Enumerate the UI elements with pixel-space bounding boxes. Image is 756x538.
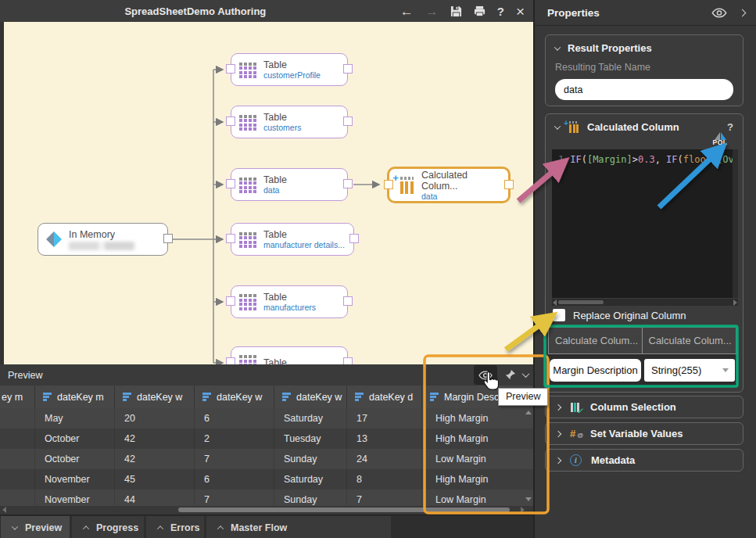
table-node-clipped[interactable]: Table bbox=[231, 346, 348, 364]
preview-column-header[interactable]: dateKey m bbox=[35, 386, 115, 408]
table-cell: 2 bbox=[195, 429, 274, 449]
table-row[interactable]: May206Saturday17High Margin bbox=[0, 408, 534, 429]
sort-filter-icon bbox=[282, 393, 291, 401]
input-port[interactable] bbox=[226, 357, 235, 364]
in-memory-node[interactable]: In Memory bbox=[38, 223, 168, 256]
table-node-manufacturer-details[interactable]: Table manufacturer details... bbox=[231, 223, 354, 256]
scrollbar-thumb[interactable] bbox=[178, 508, 510, 512]
grid-column-header[interactable]: Calculate Colum... bbox=[548, 327, 643, 354]
preview-column-header[interactable]: dateKey w bbox=[274, 386, 347, 408]
table-node-customerprofile[interactable]: Table customerProfile bbox=[231, 53, 348, 86]
help-icon[interactable]: ? bbox=[497, 5, 504, 17]
column-name-field[interactable]: Margin Description bbox=[550, 359, 641, 382]
output-port[interactable] bbox=[163, 234, 173, 243]
close-icon[interactable]: × bbox=[516, 4, 525, 19]
tab-preview[interactable]: Preview bbox=[1, 516, 70, 538]
calculated-column-node[interactable]: + Calculated Colum... data bbox=[387, 167, 511, 203]
table-cell: 7 bbox=[195, 449, 274, 469]
table-icon bbox=[239, 294, 256, 310]
node-title: In Memory bbox=[69, 229, 134, 240]
resulting-table-name-input[interactable]: data bbox=[555, 79, 733, 100]
grid-column-header[interactable]: Calculate Colum... bbox=[643, 327, 737, 354]
code-token: [Margin] bbox=[587, 154, 632, 165]
preview-column-header[interactable]: dateKey w bbox=[115, 386, 195, 408]
scroll-left-icon[interactable] bbox=[2, 507, 6, 513]
print-icon[interactable] bbox=[474, 5, 485, 17]
collapse-panel-icon[interactable] bbox=[739, 9, 747, 16]
pin-icon[interactable] bbox=[504, 369, 516, 381]
editor-vertical-scrollbar[interactable] bbox=[733, 149, 738, 298]
scroll-right-icon[interactable] bbox=[733, 299, 737, 306]
output-port[interactable] bbox=[343, 179, 353, 188]
tab-master-flow[interactable]: Master Flow bbox=[206, 516, 391, 538]
table-cell: October bbox=[35, 429, 115, 449]
output-port[interactable] bbox=[343, 296, 353, 306]
scroll-down-icon[interactable] bbox=[525, 497, 532, 501]
preview-table-body: May206Saturday17High MarginOctober422Tue… bbox=[0, 408, 534, 506]
section-label: Set Variable Values bbox=[590, 428, 683, 439]
table-cell: 24 bbox=[347, 449, 422, 469]
calculated-column-icon: + bbox=[397, 177, 414, 194]
preview-column-header[interactable]: ey m bbox=[0, 386, 35, 408]
input-port[interactable] bbox=[226, 296, 235, 306]
save-icon[interactable] bbox=[450, 5, 462, 17]
preview-column-header[interactable]: dateKey d bbox=[347, 386, 422, 408]
table-cell: 42 bbox=[115, 429, 195, 449]
table-node-customers[interactable]: Table customers bbox=[231, 106, 348, 138]
info-icon: i bbox=[570, 454, 582, 466]
eye-icon[interactable] bbox=[711, 8, 727, 18]
section-title: Result Properties bbox=[568, 42, 652, 54]
table-row[interactable]: October427Sunday24Low Margin bbox=[0, 449, 534, 469]
code-token: > bbox=[632, 154, 638, 165]
node-subtitle: customers bbox=[263, 123, 301, 132]
table-cell: 8 bbox=[347, 469, 422, 490]
scroll-up-icon[interactable] bbox=[525, 411, 532, 414]
scroll-right-icon[interactable] bbox=[521, 507, 525, 513]
tab-errors[interactable]: Errors bbox=[146, 516, 204, 538]
table-row[interactable]: November456Saturday8High Margin bbox=[0, 469, 534, 490]
section-label: Metadata bbox=[591, 454, 635, 466]
preview-column-header[interactable]: dateKey w bbox=[195, 386, 274, 408]
section-title: Calculated Column bbox=[587, 121, 679, 133]
tab-progress[interactable]: Progress bbox=[72, 516, 144, 538]
table-cell: October bbox=[35, 449, 115, 469]
input-port[interactable] bbox=[226, 117, 235, 126]
table-cell bbox=[0, 429, 35, 449]
calculated-column-icon: + bbox=[568, 121, 579, 133]
back-icon[interactable]: ← bbox=[400, 5, 414, 18]
mouse-cursor bbox=[482, 371, 500, 391]
collapse-preview-icon[interactable] bbox=[522, 370, 530, 378]
input-port[interactable] bbox=[226, 234, 235, 243]
table-cell: May bbox=[35, 408, 115, 429]
forward-icon[interactable]: → bbox=[425, 5, 439, 18]
section-metadata[interactable]: i Metadata bbox=[545, 449, 743, 472]
preview-horizontal-scrollbar[interactable] bbox=[0, 506, 534, 514]
replace-original-column-checkbox[interactable] bbox=[553, 309, 565, 321]
input-port[interactable] bbox=[226, 179, 235, 188]
table-row[interactable]: October422Tuesday13High Margin bbox=[0, 429, 534, 449]
pql-toggle[interactable]: PQL bbox=[708, 132, 732, 146]
output-port[interactable] bbox=[343, 117, 353, 126]
table-node-manufacturers[interactable]: Table manufacturers bbox=[231, 285, 348, 318]
output-port[interactable] bbox=[349, 234, 359, 243]
editor-horizontal-scrollbar[interactable] bbox=[552, 299, 738, 306]
output-port[interactable] bbox=[343, 64, 353, 74]
formula-editor[interactable]: 1IF([Margin]>0.3, IF(floor([Ov bbox=[552, 149, 738, 298]
result-properties-header[interactable]: Result Properties bbox=[546, 35, 743, 59]
scroll-left-icon[interactable] bbox=[553, 299, 557, 306]
table-icon bbox=[239, 231, 256, 248]
table-node-data[interactable]: Table data bbox=[231, 168, 348, 201]
output-port[interactable] bbox=[504, 180, 514, 189]
table-row[interactable]: November447Sunday7Low Margin bbox=[0, 490, 534, 506]
preview-panel-header: Preview bbox=[0, 364, 534, 386]
data-type-dropdown[interactable]: String(255) bbox=[644, 359, 735, 382]
output-port[interactable] bbox=[343, 357, 353, 364]
node-subtitle: manufacturer details... bbox=[263, 240, 345, 249]
flow-canvas[interactable]: In Memory Table customerProfile Table cu… bbox=[4, 22, 534, 364]
input-port[interactable] bbox=[226, 64, 235, 74]
node-title: Table bbox=[263, 292, 316, 303]
section-column-selection[interactable]: ✓ Column Selection bbox=[545, 396, 743, 418]
scrollbar-thumb[interactable] bbox=[558, 300, 604, 304]
section-set-variable-values[interactable]: #@ Set Variable Values bbox=[545, 422, 743, 445]
help-icon[interactable]: ? bbox=[727, 121, 733, 133]
